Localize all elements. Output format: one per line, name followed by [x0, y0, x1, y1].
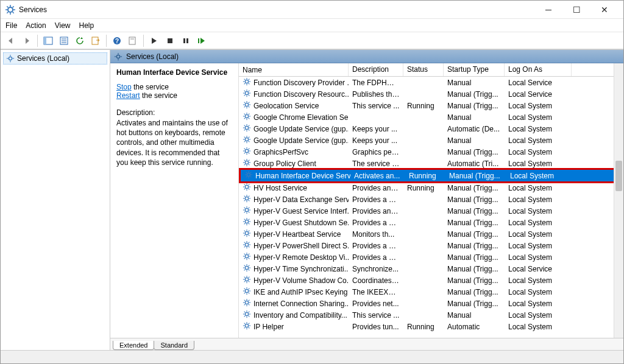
svg-line-141 — [249, 208, 250, 209]
service-name: Function Discovery Resourc... — [254, 90, 349, 99]
table-row[interactable]: Hyper-V Guest Shutdown Se...Provides a m… — [239, 217, 623, 228]
col-logon[interactable]: Log On As — [505, 63, 572, 76]
gear-icon — [243, 287, 251, 297]
cell-startup: Manual — [444, 311, 505, 320]
pause-button[interactable] — [179, 34, 193, 47]
cell-status: Running — [403, 102, 444, 110]
minimize-button[interactable]: ─ — [534, 1, 562, 19]
table-row[interactable]: Geolocation ServiceThis service ...Runni… — [239, 100, 623, 111]
restart-button[interactable] — [195, 34, 208, 47]
menu-file[interactable]: File — [5, 21, 17, 30]
stop-link[interactable]: Stop — [116, 83, 132, 91]
table-row[interactable]: Google Chrome Elevation Se...ManualLocal… — [239, 111, 623, 123]
svg-line-184 — [249, 270, 250, 271]
svg-line-111 — [246, 172, 247, 173]
service-name: Inventory and Compatibility... — [254, 311, 347, 320]
show-hide-tree-button[interactable] — [41, 34, 55, 47]
svg-line-112 — [250, 177, 252, 178]
col-startup[interactable]: Startup Type — [444, 63, 505, 76]
cell-name: Function Discovery Resourc... — [239, 89, 349, 99]
table-row[interactable]: Hyper-V Heartbeat ServiceMonitors th...M… — [239, 228, 623, 240]
open-button[interactable] — [126, 34, 140, 47]
table-row[interactable]: GraphicsPerfSvcGraphics per...Manual (Tr… — [239, 146, 623, 158]
cell-name: Inventory and Compatibility... — [239, 310, 349, 320]
cell-description: Graphics per... — [349, 148, 403, 156]
table-row[interactable]: Hyper-V Volume Shadow Co...Coordinates .… — [239, 275, 623, 286]
table-row[interactable]: Inventory and Compatibility...This servi… — [239, 309, 623, 321]
tab-extended[interactable]: Extended — [113, 341, 154, 350]
gear-icon — [243, 89, 251, 99]
col-description[interactable]: Description — [349, 63, 403, 76]
svg-point-133 — [245, 208, 248, 211]
cell-logon: Local System — [505, 276, 572, 285]
table-row[interactable]: Hyper-V Time Synchronizati...Synchronize… — [239, 263, 623, 275]
tree-node-label: Services (Local) — [17, 54, 69, 63]
restart-link[interactable]: Restart — [116, 91, 140, 100]
menu-action[interactable]: Action — [26, 21, 46, 30]
stop-button[interactable] — [163, 34, 177, 47]
cell-logon: Local System — [505, 125, 572, 133]
gear-icon — [243, 275, 251, 285]
cell-startup: Manual — [444, 113, 505, 122]
cell-logon: Local System — [505, 288, 572, 296]
table-row[interactable]: Hyper-V Data Exchange Serv...Provides a … — [239, 194, 623, 205]
table-row[interactable]: HV Host ServiceProvides an i...RunningMa… — [239, 182, 623, 194]
start-button[interactable] — [147, 34, 161, 47]
menu-help[interactable]: Help — [79, 21, 94, 30]
scroll-thumb[interactable] — [615, 161, 622, 191]
svg-line-68 — [244, 118, 246, 119]
cell-startup: Automatic — [444, 323, 505, 331]
table-row[interactable]: IKE and AuthIP IPsec Keying ...The IKEEX… — [239, 286, 623, 298]
table-row[interactable]: Google Update Service (gup...Keeps your … — [239, 123, 623, 135]
svg-line-41 — [244, 83, 246, 85]
svg-rect-15 — [92, 37, 98, 44]
col-name[interactable]: Name — [239, 63, 349, 76]
svg-line-122 — [244, 189, 246, 190]
tab-standard[interactable]: Standard — [154, 341, 194, 350]
table-row[interactable]: Human Interface Device Serv...Activates … — [241, 170, 622, 181]
vertical-scrollbar[interactable] — [614, 63, 623, 338]
table-row[interactable]: Function Discovery Resourc...Publishes t… — [239, 88, 623, 100]
table-row[interactable]: Google Update Service (gup...Keeps your … — [239, 135, 623, 146]
export-button[interactable] — [89, 34, 102, 47]
cell-startup: Manual (Trigg... — [444, 242, 505, 250]
table-row[interactable]: Function Discovery Provider ...The FDPHO… — [239, 77, 623, 88]
table-row[interactable]: Hyper-V Remote Desktop Vi...Provides a p… — [239, 251, 623, 263]
back-button[interactable] — [4, 34, 18, 47]
svg-line-168 — [249, 242, 250, 243]
table-row[interactable]: Hyper-V Guest Service Interf...Provides … — [239, 205, 623, 217]
svg-rect-18 — [129, 37, 135, 44]
svg-line-157 — [249, 235, 250, 236]
svg-rect-20 — [168, 38, 172, 43]
service-name: Human Interface Device Serv... — [255, 172, 350, 180]
svg-line-174 — [244, 254, 246, 255]
properties-button[interactable] — [57, 34, 71, 47]
cell-name: Google Update Service (gup... — [239, 135, 349, 145]
svg-line-176 — [244, 258, 246, 259]
cell-description: Provides a m... — [349, 242, 403, 250]
refresh-button[interactable] — [73, 34, 87, 47]
close-button[interactable]: ✕ — [590, 1, 619, 19]
help-button[interactable]: ? — [110, 34, 124, 47]
cell-startup: Manual — [444, 79, 505, 87]
gear-icon — [243, 158, 251, 169]
svg-line-105 — [249, 160, 250, 161]
col-status[interactable]: Status — [403, 63, 444, 76]
cell-logon: Local System — [505, 207, 572, 215]
svg-line-51 — [249, 91, 250, 92]
forward-button[interactable] — [20, 34, 34, 47]
svg-point-160 — [245, 243, 248, 246]
table-row[interactable]: IP HelperProvides tun...RunningAutomatic… — [239, 321, 623, 332]
gear-icon — [243, 321, 251, 332]
table-row[interactable]: Hyper-V PowerShell Direct S...Provides a… — [239, 240, 623, 251]
svg-line-192 — [244, 277, 246, 278]
svg-line-129 — [244, 196, 246, 197]
cell-startup: Automatic (Tri... — [444, 159, 505, 168]
tree-node-services-local[interactable]: Services (Local) — [3, 52, 107, 65]
svg-point-70 — [245, 126, 248, 129]
menu-view[interactable]: View — [55, 21, 71, 30]
gear-icon — [243, 298, 251, 309]
maximize-button[interactable]: ☐ — [562, 1, 590, 19]
cell-name: Geolocation Service — [239, 100, 349, 111]
table-row[interactable]: Internet Connection Sharing...Provides n… — [239, 298, 623, 309]
